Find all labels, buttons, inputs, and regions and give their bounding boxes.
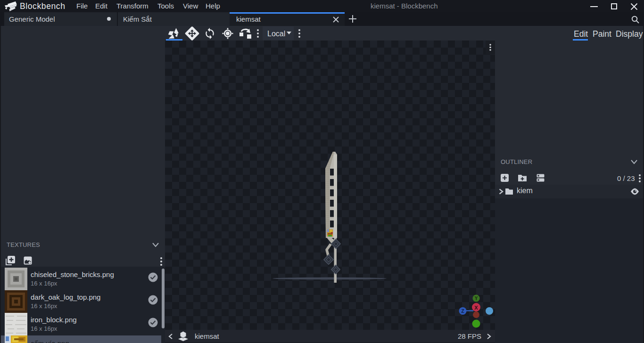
svg-text:Local: Local <box>267 30 285 38</box>
svg-text:Z: Z <box>461 309 464 314</box>
svg-text:X: X <box>474 305 478 310</box>
svg-text:Y: Y <box>475 296 478 301</box>
